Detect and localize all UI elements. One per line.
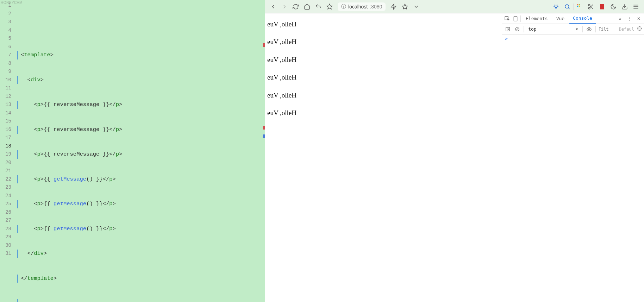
svg-rect-24 [514, 16, 517, 21]
chevron-down-icon[interactable] [411, 1, 421, 12]
svg-rect-18 [600, 4, 604, 9]
filter-input[interactable] [599, 27, 616, 32]
output-line: euV ,olleH [267, 19, 500, 30]
svg-line-29 [516, 28, 519, 30]
output-line: euV ,olleH [267, 108, 500, 118]
back-button[interactable] [268, 1, 279, 12]
svg-rect-9 [577, 4, 578, 5]
dark-mode-icon[interactable] [608, 1, 619, 12]
device-icon[interactable] [512, 15, 519, 22]
svg-point-4 [557, 5, 558, 6]
console-body[interactable]: > [502, 34, 644, 302]
svg-line-16 [592, 7, 593, 8]
reload-button[interactable] [290, 1, 301, 12]
search-icon[interactable] [562, 1, 573, 12]
svg-rect-10 [579, 4, 580, 5]
menu-icon[interactable] [631, 1, 641, 12]
svg-point-14 [588, 7, 590, 9]
separator [595, 26, 596, 32]
svg-line-17 [590, 6, 591, 7]
site-info-icon[interactable]: ⓘ [341, 4, 346, 10]
extension-grid-icon[interactable] [574, 1, 585, 12]
svg-rect-11 [577, 6, 578, 7]
separator [520, 15, 521, 22]
scissors-icon[interactable] [586, 1, 596, 12]
lightning-icon[interactable] [388, 1, 399, 12]
devtools-tabs: Elements Vue Console » ⋮ ✕ [502, 13, 644, 24]
console-settings-icon[interactable] [637, 26, 642, 32]
code-editor[interactable]: HONEYCAM 1234567891011121314151617181920… [0, 0, 265, 302]
svg-point-13 [588, 4, 590, 6]
log-level-select[interactable]: Defaul [619, 27, 634, 32]
devtools-kebab-icon[interactable]: ⋮ [625, 16, 633, 21]
change-marker [263, 126, 265, 130]
output-line: euV ,olleH [267, 72, 500, 83]
code-area[interactable]: <template> <div> <p>{{ reverseMessage }}… [15, 0, 265, 302]
svg-point-30 [588, 29, 590, 30]
extension-paw-icon[interactable] [551, 1, 561, 12]
separator [582, 26, 583, 32]
inspect-icon[interactable] [504, 15, 511, 22]
tab-console[interactable]: Console [569, 13, 596, 24]
svg-point-7 [555, 7, 557, 8]
download-icon[interactable] [619, 1, 630, 12]
home-button[interactable] [302, 1, 312, 12]
svg-marker-1 [392, 4, 396, 9]
devtools-panel: Elements Vue Console » ⋮ ✕ top▾ Def [502, 13, 644, 302]
output-line: euV ,olleH [267, 90, 500, 101]
browser-toolbar: ⓘ localhost:8080 [265, 0, 644, 13]
change-marker [263, 43, 265, 47]
undo-button[interactable] [313, 1, 324, 12]
svg-point-8 [565, 5, 569, 8]
clear-console-icon[interactable] [514, 25, 521, 33]
line-gutter: 1234567891011121314151617181920212223242… [0, 0, 15, 302]
svg-point-31 [639, 28, 640, 29]
url-port: :8080 [370, 4, 382, 10]
pdf-icon[interactable] [597, 1, 607, 12]
favorite-button[interactable] [324, 1, 335, 12]
svg-marker-2 [402, 4, 408, 9]
console-toolbar: top▾ Defaul [502, 24, 644, 34]
console-prompt-icon: > [505, 36, 508, 41]
separator [573, 4, 574, 10]
svg-point-5 [554, 6, 555, 7]
output-line: euV ,olleH [267, 37, 500, 47]
url-bar[interactable]: ⓘ localhost:8080 [338, 2, 386, 11]
separator [524, 26, 524, 32]
tab-vue[interactable]: Vue [553, 14, 568, 23]
devtools-close-icon[interactable]: ✕ [635, 16, 643, 21]
page-output: euV ,olleH euV ,olleH euV ,olleH euV ,ol… [265, 13, 502, 302]
bookmark-star-icon[interactable] [400, 1, 410, 12]
change-marker [263, 134, 265, 138]
url-host: localhost [348, 4, 368, 10]
svg-point-3 [555, 5, 556, 6]
output-line: euV ,olleH [267, 55, 500, 65]
svg-marker-0 [327, 4, 332, 9]
context-select[interactable]: top▾ [527, 26, 580, 32]
svg-rect-12 [579, 6, 580, 7]
live-expression-icon[interactable] [586, 25, 593, 33]
svg-point-6 [557, 6, 558, 7]
more-tabs-icon[interactable]: » [617, 16, 624, 21]
forward-button[interactable] [279, 1, 290, 12]
tab-elements[interactable]: Elements [522, 14, 551, 23]
console-sidebar-icon[interactable] [504, 25, 511, 33]
browser-pane: ⓘ localhost:8080 euV ,olleH euV ,olleH e… [265, 0, 644, 302]
